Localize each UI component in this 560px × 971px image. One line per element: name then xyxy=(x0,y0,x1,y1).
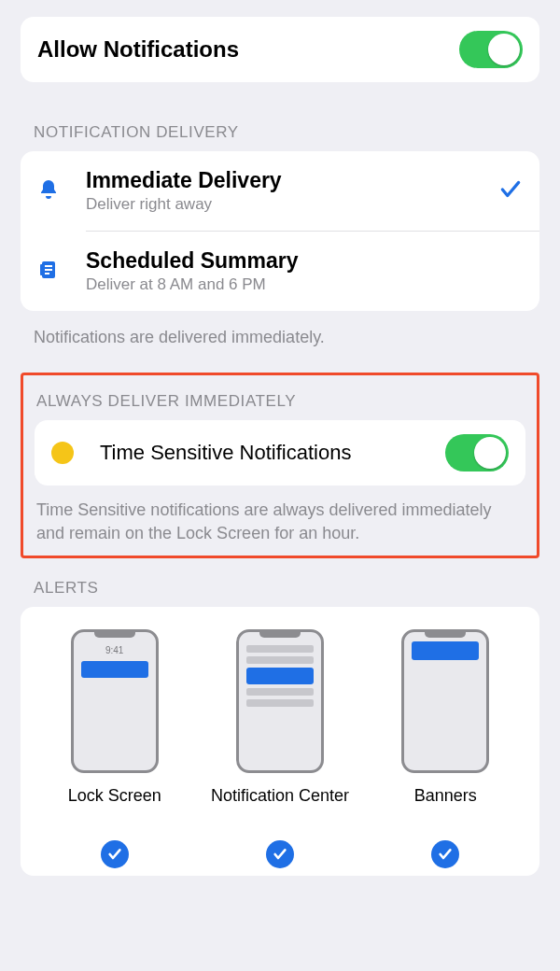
delivery-immediate-title: Immediate Delivery xyxy=(86,168,495,193)
notification-center-preview-icon xyxy=(236,629,324,773)
delivery-card: Immediate Delivery Deliver right away Sc… xyxy=(21,151,539,311)
alert-label: Notification Center xyxy=(211,786,349,827)
svg-rect-3 xyxy=(45,269,52,271)
alert-label: Banners xyxy=(414,786,477,827)
time-sensitive-highlight-box: ALWAYS DELIVER IMMEDIATELY Time Sensitiv… xyxy=(21,373,539,558)
time-sensitive-toggle[interactable] xyxy=(445,434,509,471)
delivery-scheduled-row[interactable]: Scheduled Summary Deliver at 8 AM and 6 … xyxy=(21,232,539,311)
checkmark-icon xyxy=(495,177,523,205)
checkmark-circle-icon xyxy=(431,840,459,868)
bell-icon xyxy=(37,178,60,204)
checkmark-circle-icon xyxy=(101,840,129,868)
delivery-immediate-row[interactable]: Immediate Delivery Deliver right away xyxy=(21,151,539,231)
lock-screen-preview-icon: 9:41 xyxy=(71,629,159,773)
alerts-section-header: ALERTS xyxy=(21,579,539,598)
alert-option-lock-screen[interactable]: 9:41 Lock Screen xyxy=(33,629,197,868)
time-sensitive-title: Time Sensitive Notifications xyxy=(100,441,445,465)
delivery-scheduled-subtitle: Deliver at 8 AM and 6 PM xyxy=(86,275,523,294)
delivery-immediate-subtitle: Deliver right away xyxy=(86,195,495,214)
alert-option-banners[interactable]: Banners xyxy=(364,629,528,868)
checkmark-circle-icon xyxy=(266,840,294,868)
time-sensitive-card: Time Sensitive Notifications xyxy=(35,420,525,486)
delivery-scheduled-title: Scheduled Summary xyxy=(86,248,523,274)
alerts-card: 9:41 Lock Screen Notification Center xyxy=(21,607,539,876)
delivery-footer-note: Notifications are delivered immediately. xyxy=(21,311,539,348)
summary-icon xyxy=(37,259,60,285)
allow-notifications-row: Allow Notifications xyxy=(21,17,539,82)
svg-rect-1 xyxy=(40,264,43,275)
time-sensitive-header: ALWAYS DELIVER IMMEDIATELY xyxy=(23,392,537,411)
alert-label: Lock Screen xyxy=(68,786,161,827)
allow-notifications-label: Allow Notifications xyxy=(37,36,239,63)
alert-option-notification-center[interactable]: Notification Center xyxy=(198,629,362,868)
preview-time: 9:41 xyxy=(81,645,148,655)
allow-notifications-toggle[interactable] xyxy=(459,31,523,68)
delivery-section-header: NOTIFICATION DELIVERY xyxy=(21,123,539,142)
banners-preview-icon xyxy=(401,629,489,773)
svg-rect-4 xyxy=(45,273,49,274)
svg-rect-2 xyxy=(45,265,52,267)
clock-icon xyxy=(51,442,74,464)
time-sensitive-footer-note: Time Sensitive notifications are always … xyxy=(23,486,537,544)
